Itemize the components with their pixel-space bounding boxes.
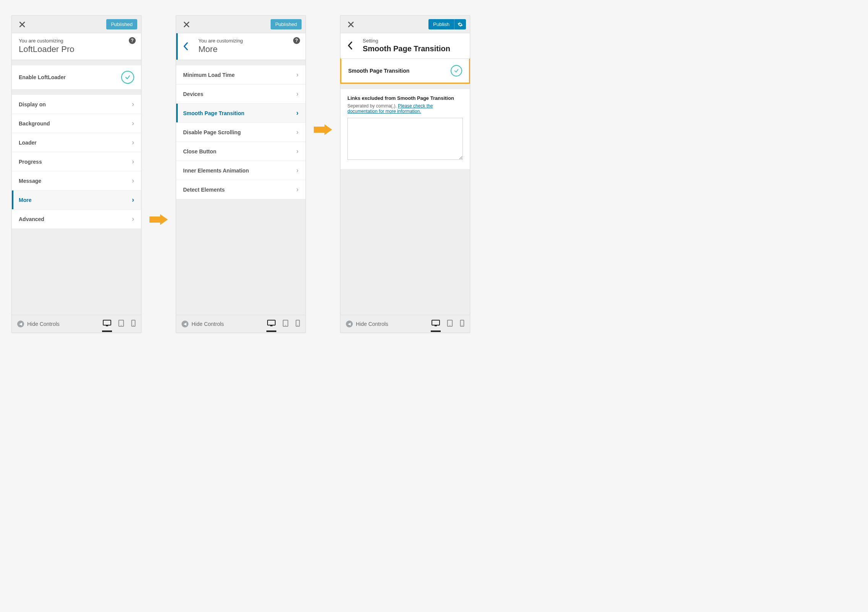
device-desktop-icon[interactable] bbox=[267, 320, 276, 328]
menu-item-inner-elements[interactable]: Inner Elements Animation › bbox=[176, 161, 305, 180]
toggle-label: Enable LoftLoader bbox=[19, 74, 66, 80]
chevron-right-icon: › bbox=[296, 90, 299, 98]
header-eyebrow: You are customizing bbox=[198, 38, 299, 44]
excluded-links-heading: Links excluded from Smooth Page Transiti… bbox=[347, 95, 463, 101]
hide-controls-button[interactable]: ◀ Hide Controls bbox=[346, 321, 388, 327]
hide-controls-button[interactable]: ◀ Hide Controls bbox=[182, 321, 224, 327]
menu-item-advanced[interactable]: Advanced › bbox=[12, 210, 141, 229]
publish-settings-button[interactable] bbox=[454, 19, 466, 29]
menu-item-background[interactable]: Background › bbox=[12, 114, 141, 133]
header-eyebrow: Setting bbox=[363, 38, 463, 44]
menu-item-min-load-time[interactable]: Minimum Load Time › bbox=[176, 65, 305, 85]
menu-item-label: Inner Elements Animation bbox=[183, 168, 249, 174]
gap bbox=[176, 60, 305, 65]
svg-rect-2 bbox=[103, 320, 111, 325]
menu-item-more[interactable]: More › bbox=[12, 190, 141, 210]
svg-text:?: ? bbox=[295, 38, 298, 43]
hide-controls-button[interactable]: ◀ Hide Controls bbox=[17, 321, 60, 327]
excluded-links-section: Links excluded from Smooth Page Transiti… bbox=[341, 89, 470, 169]
menu-item-devices[interactable]: Devices › bbox=[176, 85, 305, 104]
menu-item-smooth-transition[interactable]: Smooth Page Transition › bbox=[176, 104, 305, 123]
menu-item-label: Advanced bbox=[19, 216, 44, 222]
device-mobile-icon[interactable] bbox=[460, 320, 464, 328]
svg-point-21 bbox=[462, 325, 462, 326]
collapse-icon: ◀ bbox=[346, 321, 353, 327]
published-button[interactable]: Published bbox=[106, 19, 137, 29]
chevron-right-icon: › bbox=[296, 147, 299, 155]
menu-item-label: Minimum Load Time bbox=[183, 72, 235, 78]
menu-item-disable-scrolling[interactable]: Disable Page Scrolling › bbox=[176, 123, 305, 142]
chevron-right-icon: › bbox=[132, 177, 134, 185]
gap bbox=[12, 90, 141, 95]
desc-text: Seperated by comma(,). bbox=[347, 103, 398, 109]
spacer bbox=[176, 199, 305, 315]
svg-rect-3 bbox=[106, 326, 108, 326]
device-switcher bbox=[267, 320, 300, 328]
arrow-2 bbox=[306, 15, 340, 135]
menu-item-progress[interactable]: Progress › bbox=[12, 152, 141, 171]
menu-item-detect-elements[interactable]: Detect Elements › bbox=[176, 180, 305, 199]
customizer-panel-smooth-transition: Publish Setting Smooth Page Transition S… bbox=[340, 15, 470, 333]
collapse-icon: ◀ bbox=[17, 321, 24, 327]
menu-item-label: Disable Page Scrolling bbox=[183, 129, 241, 135]
chevron-right-icon: › bbox=[132, 138, 134, 146]
svg-rect-10 bbox=[268, 320, 275, 325]
smooth-transition-toggle[interactable]: Smooth Page Transition bbox=[340, 58, 470, 84]
help-icon[interactable]: ? bbox=[293, 37, 300, 44]
close-icon[interactable] bbox=[344, 18, 357, 31]
enable-loftloader-toggle[interactable]: Enable LoftLoader bbox=[12, 65, 141, 90]
svg-point-15 bbox=[297, 325, 298, 326]
excluded-links-desc: Seperated by comma(,). Please check the … bbox=[347, 103, 463, 114]
svg-point-7 bbox=[133, 325, 134, 326]
device-mobile-icon[interactable] bbox=[131, 320, 136, 328]
menu-item-loader[interactable]: Loader › bbox=[12, 133, 141, 152]
menu-item-close-button[interactable]: Close Button › bbox=[176, 142, 305, 161]
menu-item-label: Close Button bbox=[183, 148, 216, 155]
panel-header: Setting Smooth Page Transition bbox=[341, 33, 470, 59]
publish-button[interactable]: Publish bbox=[428, 19, 454, 29]
svg-text:?: ? bbox=[131, 38, 133, 43]
panel-header: You are customizing LoftLoader Pro ? bbox=[12, 33, 141, 60]
menu-item-label: Progress bbox=[19, 159, 42, 165]
close-icon[interactable] bbox=[16, 18, 29, 31]
menu-item-label: Smooth Page Transition bbox=[183, 110, 244, 116]
device-desktop-icon[interactable] bbox=[103, 320, 111, 328]
menu-item-label: More bbox=[19, 197, 31, 203]
back-button[interactable] bbox=[347, 41, 363, 50]
back-button[interactable] bbox=[183, 42, 198, 50]
menu-item-label: Display on bbox=[19, 101, 46, 107]
chevron-right-icon: › bbox=[296, 128, 299, 136]
svg-rect-16 bbox=[432, 320, 440, 325]
help-icon[interactable]: ? bbox=[129, 37, 136, 44]
chevron-right-icon: › bbox=[132, 119, 134, 127]
device-tablet-icon[interactable] bbox=[447, 320, 453, 328]
hide-controls-label: Hide Controls bbox=[27, 321, 60, 327]
chevron-right-icon: › bbox=[296, 71, 299, 79]
panel-header: You are customizing More ? bbox=[176, 33, 305, 60]
close-icon[interactable] bbox=[180, 18, 193, 31]
toggle-label: Smooth Page Transition bbox=[348, 68, 409, 74]
header-title: More bbox=[198, 44, 299, 54]
device-mobile-icon[interactable] bbox=[295, 320, 300, 328]
gear-icon bbox=[458, 22, 463, 27]
menu-item-label: Message bbox=[19, 178, 41, 184]
arrow-1 bbox=[141, 15, 176, 225]
menu-item-label: Loader bbox=[19, 140, 37, 146]
customizer-panel-root: Published You are customizing LoftLoader… bbox=[11, 15, 141, 333]
menu-item-label: Detect Elements bbox=[183, 187, 225, 193]
device-tablet-icon[interactable] bbox=[282, 320, 289, 328]
customizer-panel-more: Published You are customizing More ? Min… bbox=[176, 15, 306, 333]
footer: ◀ Hide Controls bbox=[12, 315, 141, 332]
check-circle-icon bbox=[121, 71, 134, 84]
chevron-right-icon: › bbox=[296, 166, 299, 174]
device-desktop-icon[interactable] bbox=[432, 320, 440, 328]
hide-controls-label: Hide Controls bbox=[356, 321, 388, 327]
published-button[interactable]: Published bbox=[271, 19, 302, 29]
excluded-links-textarea[interactable] bbox=[347, 118, 463, 160]
menu-item-display-on[interactable]: Display on › bbox=[12, 95, 141, 114]
menu-item-message[interactable]: Message › bbox=[12, 171, 141, 190]
menu-item-label: Background bbox=[19, 120, 50, 127]
spacer bbox=[341, 169, 470, 315]
device-tablet-icon[interactable] bbox=[118, 320, 124, 328]
svg-rect-11 bbox=[270, 326, 273, 326]
